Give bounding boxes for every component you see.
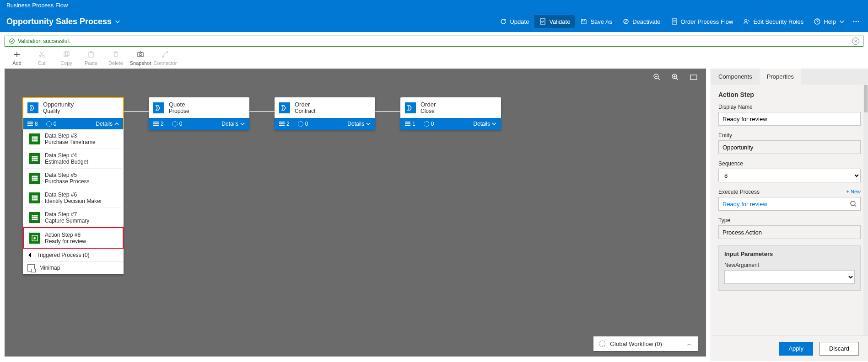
- data-step-item[interactable]: Data Step #6Identify Decision Maker: [25, 188, 122, 208]
- workflow-count-icon: [46, 121, 52, 127]
- sequence-label: Sequence: [718, 160, 861, 167]
- flow-canvas[interactable]: Opportunity Qualify 8 0 Details: [5, 69, 706, 357]
- action-icon: [29, 233, 40, 244]
- data-step-item[interactable]: Data Step #7Capture Summary: [25, 208, 122, 227]
- snapshot-button[interactable]: Snapshot: [128, 49, 153, 66]
- steps-count-icon: [279, 122, 285, 126]
- step-title: Data Step #3: [45, 133, 96, 139]
- stage-order-close[interactable]: Order Close 1 0 Details: [400, 97, 501, 130]
- stage-steps-panel: Data Step #3Purchase TimeframeData Step …: [23, 129, 124, 274]
- stage-subtitle: Propose: [169, 108, 189, 114]
- stage-order-contract[interactable]: Order Contract 2 0 Details: [275, 97, 375, 130]
- stage-details-toggle[interactable]: Details: [221, 121, 245, 127]
- tab-components[interactable]: Components: [711, 69, 760, 85]
- breadcrumb: Business Process Flow: [6, 2, 68, 9]
- notice-close-button[interactable]: ✕: [852, 37, 859, 45]
- cut-button[interactable]: Cut: [29, 49, 54, 66]
- svg-rect-39: [34, 180, 38, 181]
- workflow-count-icon: [424, 121, 429, 127]
- edit-security-roles-button[interactable]: Edit Security Roles: [739, 15, 808, 28]
- discard-button[interactable]: Discard: [819, 342, 859, 356]
- panel-section-title: Action Step: [718, 91, 861, 98]
- step-subtitle: Estimated Budget: [45, 159, 88, 165]
- fit-screen-button[interactable]: [690, 73, 698, 81]
- step-subtitle: Capture Summary: [45, 218, 89, 224]
- execute-process-label: Execute Process: [718, 189, 760, 195]
- action-step-item[interactable]: Action Step #8Ready for review: [24, 228, 123, 248]
- svg-rect-37: [34, 178, 38, 179]
- data-step-item[interactable]: Data Step #4Estimated Budget: [25, 149, 122, 168]
- security-icon: [743, 18, 750, 25]
- step-subtitle: Ready for review: [45, 238, 86, 245]
- save-as-button[interactable]: Save As: [576, 15, 617, 28]
- toolbar: Add Cut Copy Paste Delete Snapshot Conne…: [0, 47, 868, 69]
- order-process-flow-button[interactable]: Order Process Flow: [666, 15, 738, 28]
- copy-button[interactable]: Copy: [54, 49, 79, 66]
- new-process-link[interactable]: + New: [846, 189, 861, 195]
- input-parameters-title: Input Parameters: [724, 250, 855, 257]
- properties-panel: Components Properties Action Step Displa…: [711, 69, 868, 361]
- deactivate-icon: [622, 18, 630, 25]
- data-step-icon: [29, 192, 40, 203]
- svg-rect-45: [34, 199, 38, 200]
- stage-icon: [279, 102, 290, 113]
- stage-details-toggle[interactable]: Details: [96, 121, 119, 127]
- process-title[interactable]: Opportunity Sales Process: [6, 17, 121, 27]
- zoom-in-button[interactable]: [671, 73, 679, 81]
- stage-opportunity-qualify[interactable]: Opportunity Qualify 8 0 Details: [23, 97, 124, 130]
- step-title: Data Step #5: [45, 172, 89, 178]
- connector-icon: [162, 51, 169, 58]
- title-bar: Opportunity Sales Process Update Validat…: [0, 11, 868, 32]
- help-icon: [814, 18, 821, 25]
- paste-button[interactable]: Paste: [79, 49, 103, 66]
- new-argument-select[interactable]: [724, 270, 855, 284]
- search-icon[interactable]: [850, 200, 857, 208]
- update-button[interactable]: Update: [495, 15, 534, 28]
- global-workflow-bar[interactable]: Global Workflow (0) ︿: [593, 336, 698, 351]
- step-subtitle: Identify Decision Maker: [45, 198, 102, 204]
- chevron-up-icon: [114, 122, 119, 126]
- camera-icon: [137, 51, 144, 58]
- display-name-input[interactable]: [718, 112, 861, 126]
- apply-button[interactable]: Apply: [779, 342, 813, 356]
- steps-count-icon: [27, 122, 33, 126]
- execute-process-lookup[interactable]: [718, 197, 861, 211]
- minimap-toggle[interactable]: Minimap: [23, 261, 124, 274]
- stage-quote-propose[interactable]: Quote Propose 2 0 Details: [149, 97, 249, 130]
- delete-button[interactable]: Delete: [103, 49, 128, 66]
- stage-details-toggle[interactable]: Details: [347, 121, 371, 127]
- validation-notice: Validation successful. ✕: [5, 36, 863, 47]
- triangle-icon: [28, 252, 33, 257]
- data-step-item[interactable]: Data Step #5Purchase Process: [25, 168, 122, 188]
- svg-point-8: [10, 39, 15, 44]
- svg-point-5: [853, 21, 854, 22]
- sequence-select[interactable]: 8: [718, 169, 861, 182]
- data-step-icon: [29, 133, 40, 144]
- svg-rect-38: [32, 180, 33, 181]
- zoom-out-button[interactable]: [653, 73, 661, 81]
- panel-scrollbar[interactable]: [863, 85, 868, 335]
- svg-point-10: [43, 55, 44, 57]
- svg-rect-22: [32, 137, 33, 138]
- validate-button[interactable]: Validate: [534, 15, 575, 28]
- triggered-process-row[interactable]: Triggered Process (0): [23, 249, 124, 261]
- svg-rect-44: [32, 199, 33, 200]
- more-button[interactable]: [851, 15, 862, 28]
- chevron-down-icon: [839, 18, 845, 25]
- tab-properties[interactable]: Properties: [760, 69, 801, 85]
- svg-rect-23: [34, 137, 38, 138]
- chevron-down-icon: [366, 122, 371, 126]
- data-step-icon: [29, 173, 40, 184]
- svg-point-3: [745, 20, 747, 22]
- data-step-item[interactable]: Data Step #3Purchase Timeframe: [25, 129, 122, 149]
- step-title: Data Step #4: [45, 152, 88, 159]
- svg-rect-42: [32, 197, 33, 198]
- stage-details-toggle[interactable]: Details: [473, 121, 496, 127]
- add-button[interactable]: Add: [5, 49, 29, 66]
- connector-button[interactable]: Connector: [153, 49, 178, 66]
- deactivate-button[interactable]: Deactivate: [618, 15, 665, 28]
- svg-point-6: [856, 21, 857, 22]
- workflow-icon: [599, 341, 605, 347]
- help-button[interactable]: Help: [809, 15, 850, 28]
- svg-rect-2: [672, 19, 677, 24]
